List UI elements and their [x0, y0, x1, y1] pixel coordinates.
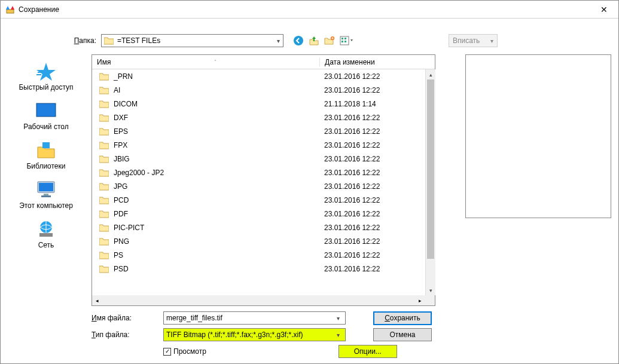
folder-icon	[99, 169, 109, 177]
filetype-label: Тип файла:	[92, 331, 163, 339]
svg-rect-9	[42, 142, 50, 148]
file-name: DICOM	[114, 100, 138, 108]
file-list-pane: Имя ˄ Дата изменени _PRN23.01.2016 12:22…	[92, 54, 425, 306]
folder-combo-value: =TEST FILEs	[117, 36, 273, 45]
file-name: PCD	[114, 196, 129, 204]
filetype-combo[interactable]: TIFF Bitmap (*.tif;*.tiff;*.fax;*.g3n;*.…	[163, 328, 346, 341]
chevron-down-icon: ▾	[333, 315, 343, 322]
save-dialog-window: Сохранение ✕ Папка: =TEST FILEs ▾	[0, 0, 619, 364]
table-row[interactable]: DICOM21.11.2018 1:14	[92, 97, 425, 111]
scroll-thumb[interactable]	[427, 79, 434, 259]
back-icon[interactable]	[293, 35, 304, 46]
place-desktop[interactable]: Рабочий стол	[10, 99, 82, 137]
file-name: PSD	[114, 265, 129, 273]
table-row[interactable]: _PRN23.01.2016 12:22	[92, 69, 425, 83]
file-name: FPX	[114, 141, 127, 149]
table-row[interactable]: PS23.01.2016 12:22	[92, 248, 425, 262]
column-date[interactable]: Дата изменени	[319, 58, 425, 66]
filetype-row: Тип файла: TIFF Bitmap (*.tif;*.tiff;*.f…	[92, 326, 611, 343]
svg-rect-6	[341, 41, 343, 42]
file-date: 23.01.2016 12:22	[319, 114, 425, 122]
file-name: _PRN	[114, 72, 133, 81]
file-name: PIC-PICT	[114, 224, 144, 232]
folder-icon	[99, 86, 109, 94]
svg-rect-4	[341, 38, 343, 39]
file-date: 23.01.2016 12:22	[319, 182, 425, 191]
svg-rect-7	[344, 41, 346, 42]
quick-access-icon	[35, 62, 57, 81]
filetype-value: TIFF Bitmap (*.tif;*.tiff;*.fax;*.g3n;*.…	[166, 331, 333, 339]
this-pc-icon	[35, 180, 57, 199]
svg-rect-5	[344, 38, 346, 39]
table-row[interactable]: DXF23.01.2016 12:22	[92, 111, 425, 124]
folder-icon	[99, 72, 109, 81]
places-bar: Быстрый доступ Рабочий стол Библиотеки Э…	[1, 54, 92, 363]
svg-rect-13	[41, 195, 51, 197]
table-row[interactable]: JPG23.01.2016 12:22	[92, 179, 425, 193]
folder-combo[interactable]: =TEST FILEs ▾	[101, 34, 283, 47]
view-mode-icon[interactable]	[340, 35, 354, 46]
table-row[interactable]: Jpeg2000 - JP223.01.2016 12:22	[92, 166, 425, 179]
file-name: Jpeg2000 - JP2	[114, 169, 164, 177]
folder-icon	[99, 196, 109, 204]
folder-icon	[99, 100, 109, 108]
table-row[interactable]: PDF23.01.2016 12:22	[92, 207, 425, 221]
file-date: 23.01.2016 12:22	[319, 72, 425, 81]
file-name: DXF	[114, 114, 128, 122]
file-name: AI	[114, 86, 120, 94]
table-row[interactable]: FPX23.01.2016 12:22	[92, 138, 425, 152]
options-button[interactable]: Опции...	[339, 345, 397, 358]
table-row[interactable]: PCD23.01.2016 12:22	[92, 193, 425, 207]
file-date: 23.01.2016 12:22	[319, 210, 425, 218]
preview-checkbox[interactable]: ✓	[163, 348, 171, 356]
file-date: 23.01.2016 12:22	[319, 169, 425, 177]
up-folder-icon[interactable]	[309, 35, 319, 46]
vertical-scrollbar[interactable]: ▴ ▾	[425, 54, 435, 306]
horizontal-scrollbar[interactable]: ◂ ▸	[92, 295, 425, 305]
file-date: 23.01.2016 12:22	[319, 196, 425, 204]
svg-rect-8	[36, 103, 56, 117]
place-quick-access[interactable]: Быстрый доступ	[10, 59, 82, 97]
place-network[interactable]: Сеть	[10, 217, 82, 255]
filename-row: Имя файла: merge_tiff_files.tif ▾ Сохран…	[92, 310, 611, 326]
desktop-icon	[35, 101, 57, 120]
table-row[interactable]: PNG23.01.2016 12:22	[92, 234, 425, 248]
scroll-down-icon[interactable]: ▾	[426, 285, 435, 295]
place-libraries[interactable]: Библиотеки	[10, 138, 82, 176]
file-date: 23.01.2016 12:22	[319, 155, 425, 163]
table-row[interactable]: EPS23.01.2016 12:22	[92, 124, 425, 138]
file-date: 23.01.2016 12:22	[319, 224, 425, 232]
folder-icon	[99, 224, 109, 232]
cancel-button[interactable]: Отмена	[373, 328, 432, 341]
file-date: 23.01.2016 12:22	[319, 127, 425, 136]
new-folder-icon[interactable]	[324, 35, 335, 46]
folder-icon	[99, 127, 109, 136]
table-row[interactable]: JBIG23.01.2016 12:22	[92, 152, 425, 166]
file-name: JPG	[114, 182, 127, 191]
scroll-right-icon[interactable]: ▸	[415, 298, 425, 304]
table-row[interactable]: AI23.01.2016 12:22	[92, 83, 425, 97]
scroll-up-icon[interactable]: ▴	[426, 69, 435, 79]
file-list[interactable]: _PRN23.01.2016 12:22AI23.01.2016 12:22DI…	[92, 69, 425, 295]
folder-label: Папка:	[60, 36, 96, 45]
column-name[interactable]: Имя ˄	[92, 58, 319, 66]
table-row[interactable]: PIC-PICT23.01.2016 12:22	[92, 221, 425, 234]
file-name: EPS	[114, 127, 128, 136]
place-this-pc[interactable]: Этот компьютер	[10, 178, 82, 216]
chevron-down-icon: ▾	[333, 332, 343, 338]
fit-combo[interactable]: Вписать ▾	[449, 34, 498, 47]
filename-label: Имя файла:	[92, 314, 163, 322]
toolbar-icons	[293, 35, 354, 46]
app-icon	[5, 5, 15, 14]
table-row[interactable]: PSD23.01.2016 12:22	[92, 262, 425, 276]
filename-combo[interactable]: merge_tiff_files.tif ▾	[163, 311, 346, 325]
close-button[interactable]: ✕	[594, 1, 614, 18]
save-button[interactable]: Сохранить	[373, 311, 432, 325]
folder-icon	[99, 114, 109, 122]
filename-value: merge_tiff_files.tif	[166, 314, 333, 322]
scroll-left-icon[interactable]: ◂	[92, 298, 102, 304]
file-date: 23.01.2016 12:22	[319, 237, 425, 246]
svg-rect-15	[39, 233, 53, 237]
folder-icon	[99, 182, 109, 191]
network-icon	[35, 219, 57, 238]
